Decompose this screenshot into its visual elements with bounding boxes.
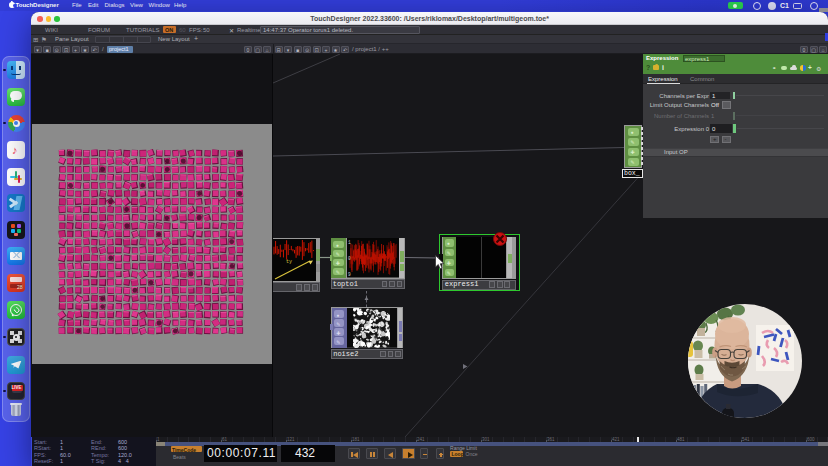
svg-text:1: 1 xyxy=(348,240,351,245)
svg-text:ty: ty xyxy=(286,259,292,265)
svg-text:0: 0 xyxy=(348,256,351,261)
svg-text:9: 9 xyxy=(348,272,351,277)
